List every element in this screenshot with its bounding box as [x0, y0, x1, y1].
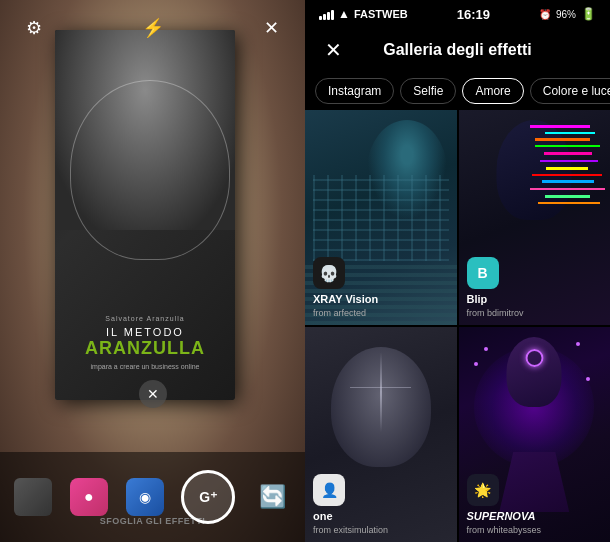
status-bar: ▲ FASTWEB 16:19 ⏰ 96% 🔋: [305, 0, 610, 28]
book-text-block: Salvatore Aranzulla IL METODO ARANZULLA …: [75, 315, 215, 370]
blip-badge-icon: B: [477, 265, 487, 281]
camera-panel: Salvatore Aranzulla IL METODO ARANZULLA …: [0, 0, 305, 542]
signal-bar-4: [331, 10, 334, 20]
book-pre-title: IL METODO: [85, 326, 205, 338]
star-4: [576, 342, 580, 346]
tab-colore-e-luce[interactable]: Colore e luce: [530, 78, 610, 104]
supernova-badge: 🌟: [467, 474, 499, 506]
status-right: ⏰ 96% 🔋: [539, 7, 596, 21]
browse-effects-button[interactable]: G⁺: [181, 470, 235, 524]
effect-blue-icon: ◉: [139, 489, 151, 505]
tab-amore[interactable]: Amore: [462, 78, 523, 104]
one-name: one: [313, 510, 333, 522]
xray-badge: 💀: [313, 257, 345, 289]
blip-name: Blip: [467, 293, 488, 305]
gallery-thumbnail[interactable]: [14, 478, 52, 516]
gallery-close-button[interactable]: ✕: [319, 36, 347, 64]
tab-selfie[interactable]: Selfie: [400, 78, 456, 104]
g9: [542, 180, 594, 183]
status-left: ▲ FASTWEB: [319, 7, 408, 21]
supernova-moon: [525, 349, 543, 367]
effect-blue[interactable]: ◉: [126, 478, 164, 516]
g3: [535, 138, 590, 141]
effect-card-supernova[interactable]: 🌟 SUPERNOVA from whiteabysses: [459, 327, 611, 542]
star-3: [586, 377, 590, 381]
one-badge-icon: 👤: [321, 482, 338, 498]
filter-tabs-bar: Instagram Selfie Amore Colore e luce: [305, 72, 610, 110]
xray-name: XRAY Vision: [313, 293, 378, 305]
g12: [538, 202, 600, 204]
supernova-head: [507, 337, 562, 407]
alarm-icon: ⏰: [539, 9, 551, 20]
flip-camera-icon: 🔄: [259, 484, 286, 510]
g10: [530, 188, 605, 190]
book-cover: Salvatore Aranzulla IL METODO ARANZULLA …: [55, 30, 235, 400]
tab-instagram[interactable]: Instagram: [315, 78, 394, 104]
battery-icon: 🔋: [581, 7, 596, 21]
browse-effects-icon: G⁺: [199, 489, 217, 505]
flip-camera-button[interactable]: 🔄: [253, 478, 291, 516]
effect-red[interactable]: ●: [70, 478, 108, 516]
one-author: from exitsimulation: [313, 525, 388, 535]
supernova-name: SUPERNOVA: [467, 510, 536, 522]
g7: [546, 167, 588, 170]
star-2: [474, 362, 478, 366]
gallery-title: Galleria degli effetti: [347, 41, 568, 59]
carrier-name: FASTWEB: [354, 8, 408, 20]
effect-card-blip[interactable]: B Blip from bdimitrov: [459, 110, 611, 325]
xray-grid: [313, 175, 449, 261]
book-title: ARANZULLA: [85, 338, 205, 359]
flash-icon[interactable]: ⚡: [137, 12, 169, 44]
supernova-author: from whiteabysses: [467, 525, 542, 535]
camera-bottom-bar: ● ◉ G⁺ 🔄: [0, 452, 305, 542]
g5: [544, 152, 592, 155]
one-badge: 👤: [313, 474, 345, 506]
camera-top-icons: ⚙ ⚡ ✕: [0, 12, 305, 44]
status-time: 16:19: [457, 7, 490, 22]
g6: [540, 160, 598, 162]
effect-red-icon: ●: [84, 488, 94, 506]
signal-bars: [319, 8, 334, 20]
blip-badge: B: [467, 257, 499, 289]
book-tagline: impara a creare un business online: [85, 363, 205, 370]
blip-silhouette-body: [497, 120, 572, 220]
g4: [535, 145, 600, 147]
signal-bar-3: [327, 12, 330, 20]
g1: [530, 125, 590, 128]
gallery-panel: ▲ FASTWEB 16:19 ⏰ 96% 🔋 ✕ Galleria degli…: [305, 0, 610, 542]
g2: [545, 132, 595, 134]
effects-grid: 💀 XRAY Vision from arfected: [305, 110, 610, 542]
one-face-line-v: [380, 352, 382, 432]
signal-bar-2: [323, 14, 326, 20]
effect-card-xray[interactable]: 💀 XRAY Vision from arfected: [305, 110, 457, 325]
settings-icon[interactable]: ⚙: [18, 12, 50, 44]
g8: [532, 174, 602, 176]
effect-card-one[interactable]: 👤 one from exitsimulation: [305, 327, 457, 542]
book-face-photo: [55, 30, 235, 230]
close-camera-icon[interactable]: ✕: [255, 12, 287, 44]
book-author: Salvatore Aranzulla: [85, 315, 205, 322]
star-1: [484, 347, 488, 351]
wifi-icon: ▲: [338, 7, 350, 21]
signal-bar-1: [319, 16, 322, 20]
g11: [545, 195, 590, 198]
blip-author: from bdimitrov: [467, 308, 524, 318]
one-face-line-h: [350, 387, 411, 388]
xray-author: from arfected: [313, 308, 366, 318]
xray-badge-icon: 💀: [319, 264, 339, 283]
ar-dismiss-button[interactable]: ✕: [139, 380, 167, 408]
gallery-header: ✕ Galleria degli effetti: [305, 28, 610, 72]
supernova-badge-icon: 🌟: [474, 482, 491, 498]
battery-percent: 96%: [556, 9, 576, 20]
